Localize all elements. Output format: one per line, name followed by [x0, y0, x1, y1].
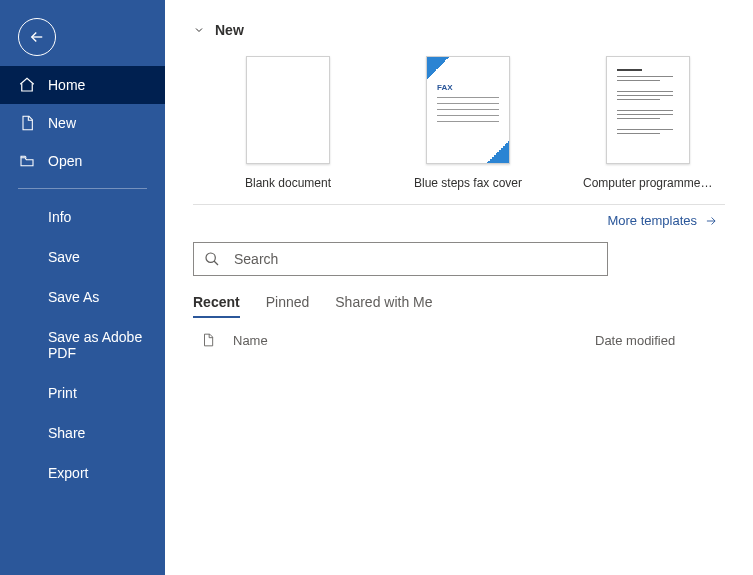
recent-tabs: Recent Pinned Shared with Me: [193, 294, 725, 318]
section-divider: [193, 204, 725, 205]
back-button[interactable]: [18, 18, 56, 56]
template-label: Blank document: [245, 176, 331, 190]
nav-info[interactable]: Info: [0, 197, 165, 237]
more-templates-link[interactable]: More templates: [607, 213, 719, 228]
nav-home[interactable]: Home: [0, 66, 165, 104]
template-thumbnail: [606, 56, 690, 164]
file-icon: [193, 332, 223, 348]
column-date-modified[interactable]: Date modified: [595, 333, 725, 348]
template-thumbnail: FAX: [426, 56, 510, 164]
section-new-header[interactable]: New: [193, 22, 725, 38]
template-blank-document[interactable]: Blank document: [223, 56, 353, 190]
home-icon: [18, 76, 36, 94]
nav-export[interactable]: Export: [0, 453, 165, 493]
template-thumbnail: [246, 56, 330, 164]
tab-shared-with-me[interactable]: Shared with Me: [335, 294, 432, 318]
tab-recent[interactable]: Recent: [193, 294, 240, 318]
document-icon: [18, 114, 36, 132]
nav-save[interactable]: Save: [0, 237, 165, 277]
templates-row: Blank document FAX Blue steps fax cover: [193, 56, 725, 190]
tab-pinned[interactable]: Pinned: [266, 294, 310, 318]
template-label: Computer programmer res…: [583, 176, 713, 190]
recent-list-header: Name Date modified: [193, 332, 725, 348]
nav-label: Open: [48, 153, 82, 169]
nav-share[interactable]: Share: [0, 413, 165, 453]
main-content: New Blank document FAX Blue steps fax co…: [165, 0, 753, 575]
search-box[interactable]: [193, 242, 608, 276]
template-programmer-resume[interactable]: Computer programmer res…: [583, 56, 713, 190]
nav-save-as[interactable]: Save As: [0, 277, 165, 317]
section-title: New: [215, 22, 244, 38]
template-label: Blue steps fax cover: [414, 176, 522, 190]
nav-new[interactable]: New: [0, 104, 165, 142]
template-fax-cover[interactable]: FAX Blue steps fax cover: [403, 56, 533, 190]
backstage-sidebar: Home New Open Info Save Save As Save as …: [0, 0, 165, 575]
folder-open-icon: [18, 152, 36, 170]
nav-save-as-adobe-pdf[interactable]: Save as Adobe PDF: [0, 317, 165, 373]
column-name[interactable]: Name: [223, 333, 595, 348]
svg-point-0: [206, 253, 215, 262]
arrow-left-icon: [28, 28, 46, 46]
nav-label: New: [48, 115, 76, 131]
nav-open[interactable]: Open: [0, 142, 165, 180]
sidebar-separator: [18, 188, 147, 189]
search-icon: [204, 251, 220, 267]
arrow-right-icon: [703, 214, 719, 228]
nav-print[interactable]: Print: [0, 373, 165, 413]
nav-label: Home: [48, 77, 85, 93]
fax-thumb-text: FAX: [437, 83, 453, 92]
search-input[interactable]: [234, 251, 597, 267]
chevron-down-icon: [193, 24, 205, 36]
more-templates-label: More templates: [607, 213, 697, 228]
